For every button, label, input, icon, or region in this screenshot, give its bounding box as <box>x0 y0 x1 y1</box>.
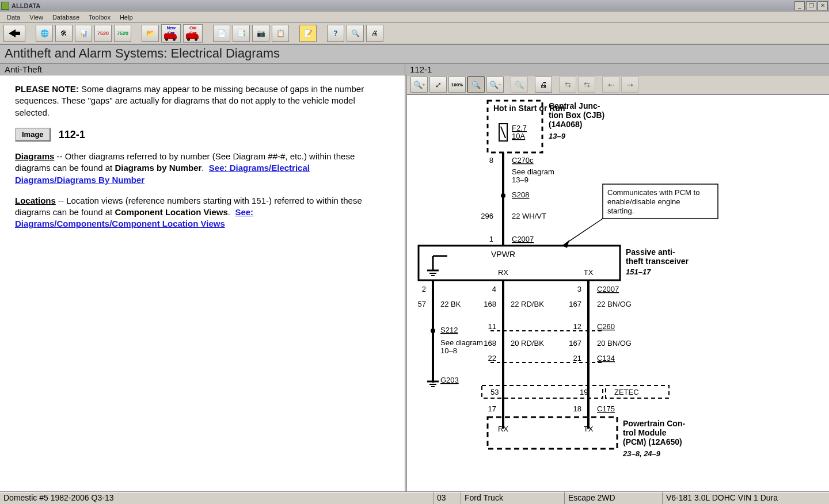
diag-w167c: 22 BN/OG <box>597 300 632 308</box>
subheader-left: Anti-Theft <box>0 64 405 75</box>
diag-tx: TX <box>584 268 594 277</box>
image-toolbar: 🔍+ ⤢ 100% 🔍 🔍− 🔍 🖨 ⇆ ⇆ ⇠ ⇢ <box>407 75 829 95</box>
diagrams-lead: Diagrams <box>15 151 54 161</box>
main-toolbar: 🌐 🛠 📊 7520 7520 📂 NewCar OldCar 📄 📑 📷 📋 … <box>0 23 829 45</box>
copy-icon[interactable]: 📋 <box>272 25 289 42</box>
prev-image-icon[interactable]: 🔍 <box>511 77 528 93</box>
diag-c175: C175 <box>597 404 615 413</box>
tools-icon[interactable]: 🛠 <box>55 25 73 42</box>
diag-pcm-rx: RX <box>498 425 508 433</box>
help-icon[interactable]: ? <box>327 25 344 42</box>
right2-icon[interactable]: ⇢ <box>621 77 638 93</box>
doc2-icon[interactable]: 📑 <box>233 25 250 42</box>
menu-bar: Data View Database Toolbox Help <box>0 12 829 23</box>
diag-pats-title: Passive anti-theft transceiver <box>626 247 689 266</box>
svg-marker-9 <box>562 240 569 248</box>
diag-p19: 19 <box>580 388 588 396</box>
diag-cjb-ref: 13–9 <box>549 132 566 140</box>
doc1-icon[interactable]: 📄 <box>213 25 230 42</box>
left2-icon[interactable]: ⇠ <box>602 77 619 93</box>
grid1-icon[interactable]: 7520 <box>94 25 112 42</box>
diag-see108: See diagram10–8 <box>440 338 483 355</box>
back-button[interactable] <box>3 25 25 42</box>
diag-p12: 12 <box>573 322 581 331</box>
left-icon[interactable]: ⇆ <box>559 77 576 93</box>
menu-view[interactable]: View <box>25 14 48 21</box>
old-car-button[interactable]: OldCar <box>183 24 203 43</box>
globe-icon[interactable]: 🌐 <box>36 25 53 42</box>
image-row: Image 112-1 <box>15 128 390 142</box>
diag-pcm-tx: TX <box>584 425 594 433</box>
chart-icon[interactable]: 📊 <box>75 25 92 42</box>
svg-point-6 <box>501 193 505 198</box>
diag-rx: RX <box>498 268 508 277</box>
note-icon[interactable]: 📝 <box>299 25 317 42</box>
diag-p2: 2 <box>422 285 426 293</box>
zoom-in-icon[interactable]: 🔍+ <box>410 77 428 93</box>
diag-c260: C260 <box>597 322 615 331</box>
diag-p4: 4 <box>492 285 496 293</box>
page-subheader: Anti-Theft 112-1 <box>0 64 829 75</box>
diag-p18: 18 <box>573 404 581 413</box>
page-header: Antitheft and Alarm Systems: Electrical … <box>0 45 829 64</box>
title-bar: ALLDATA _ ❐ ✕ <box>0 0 829 12</box>
maximize-button[interactable]: ❐ <box>806 1 816 10</box>
diag-see139: See diagram13–9 <box>512 167 554 184</box>
menu-data[interactable]: Data <box>2 14 25 21</box>
diag-w168c: 22 RD/BK <box>511 300 544 308</box>
diagrams-bold: Diagrams by Number <box>115 163 201 173</box>
minimize-button[interactable]: _ <box>794 1 805 10</box>
note-label: PLEASE NOTE: <box>15 84 79 94</box>
search-icon[interactable]: 🔍 <box>347 25 364 42</box>
diag-p21: 21 <box>573 354 581 362</box>
right-icon[interactable]: ⇆ <box>578 77 595 93</box>
menu-database[interactable]: Database <box>48 14 84 21</box>
diag-w57c: 22 BK <box>440 300 461 308</box>
new-car-button[interactable]: NewCar <box>161 24 181 43</box>
diag-pcm-title: Powertrain Con-trol Module(PCM) (12A650) <box>623 419 685 446</box>
subheader-right: 112-1 <box>405 64 829 75</box>
image-button[interactable]: Image <box>15 128 51 142</box>
camera-icon[interactable]: 📷 <box>252 25 269 42</box>
print-image-icon[interactable]: 🖨 <box>535 77 552 93</box>
diag-pcm-ref: 23–8, 24–9 <box>622 449 661 458</box>
diag-c2007b: C2007 <box>597 285 619 293</box>
diag-fuse: F2.710A <box>512 124 527 140</box>
open-icon[interactable]: 📂 <box>142 25 159 42</box>
close-button[interactable]: ✕ <box>817 1 828 10</box>
window-title: ALLDATA <box>12 2 793 9</box>
zoom-out-icon[interactable]: 🔍− <box>486 77 504 93</box>
grid2-icon[interactable]: 7520 <box>114 25 131 42</box>
diag-zetec: ZETEC <box>614 388 639 396</box>
svg-marker-0 <box>9 29 20 37</box>
diag-c270c: C270c <box>512 156 534 165</box>
menu-toolbox[interactable]: Toolbox <box>84 14 115 21</box>
zoom-100-icon[interactable]: 100% <box>448 77 466 93</box>
diagram-viewport[interactable]: Hot in Start or Run F2.710A Central Junc… <box>407 95 829 491</box>
wiring-diagram: Hot in Start or Run F2.710A Central Junc… <box>407 95 822 491</box>
diag-w168b: 168 <box>484 339 496 348</box>
diag-pats-ref: 151–17 <box>626 268 651 276</box>
locations-paragraph: Locations -- Location views (reference n… <box>15 195 390 230</box>
main-split: PLEASE NOTE: Some diagrams may appear to… <box>0 75 829 491</box>
diag-c2007-pin: 1 <box>489 235 493 243</box>
app-icon <box>1 2 9 10</box>
diag-g203: G203 <box>440 376 459 384</box>
zoom-fit-icon[interactable]: ⤢ <box>429 77 447 93</box>
locations-bold: Component Location Views <box>115 207 227 217</box>
zoom-region-icon[interactable]: 🔍 <box>467 77 485 93</box>
diag-p22: 22 <box>488 354 496 362</box>
diag-p3: 3 <box>577 285 581 293</box>
diag-c2007: C2007 <box>512 235 534 243</box>
locations-lead: Locations <box>15 196 56 205</box>
image-pane: 🔍+ ⤢ 100% 🔍 🔍− 🔍 🖨 ⇆ ⇆ ⇠ ⇢ Hot in Start … <box>407 75 829 491</box>
diag-s208: S208 <box>512 190 529 199</box>
diag-p53: 53 <box>490 388 499 396</box>
status-db: Domestic #5 1982-2006 Q3-13 <box>0 492 433 504</box>
diag-w168bc: 20 RD/BK <box>511 339 544 348</box>
diag-c134: C134 <box>597 354 615 362</box>
print-icon[interactable]: 🖨 <box>366 25 383 42</box>
status-bar: Domestic #5 1982-2006 Q3-13 03 Ford Truc… <box>0 491 829 504</box>
menu-help[interactable]: Help <box>115 14 138 21</box>
status-make: Ford Truck <box>461 492 564 504</box>
